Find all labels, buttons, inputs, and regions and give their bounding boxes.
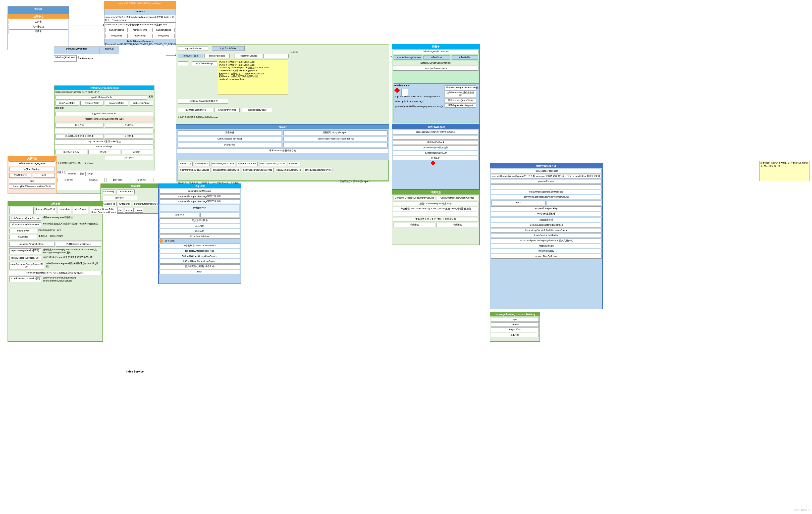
topic-publish-local-box: 本地topicPublishInfoTable bbox=[56, 112, 153, 116]
consume-queue-table-box: consumeQueueTable bbox=[211, 162, 235, 166]
topic-subscribe-table-box: topicSubscribeTable<topic, messagequeue> bbox=[395, 95, 440, 99]
producer-desc-text: 静态服务器地址(同NameServerApp) 静态服务器地址(同NameSer… bbox=[219, 60, 287, 81]
sync-box: 同步 bbox=[87, 172, 94, 176]
start-box: start bbox=[178, 61, 188, 66]
netty-config-3: nettyconfig bbox=[152, 34, 175, 38]
pull-msg-service-label: pullMessageService bbox=[185, 109, 206, 111]
annotation-box: 没有提取到消息产生在外触发,并有消息机制初始化100ms有天这一次— bbox=[759, 161, 810, 181]
bl-ha-svc: haService bbox=[9, 235, 37, 239]
order-msg-box: 事务消息 bbox=[82, 178, 105, 183]
subscription-inner: subscriptionInner<topic,tag> bbox=[395, 100, 424, 103]
process-queue-red-box: processQueue拉取到红黑树中添加消息 bbox=[393, 130, 478, 134]
attention-phook: 注意最重要的消息到处理完一个phook bbox=[55, 161, 154, 165]
consumer-section-box: 消费者 defaultMQPushConsumer consumeMessage… bbox=[392, 44, 480, 125]
namesrv-subtitle: namesrv静态服务器地址,运行时ip:port/p:port bbox=[105, 1, 176, 5]
broker-main-title: broker bbox=[176, 125, 389, 129]
mqclient-instance-box: mqclientInstance bbox=[178, 46, 208, 51]
heartbeat-bottom-label: 以生产者和消费者身份维护关系的broker bbox=[178, 116, 218, 119]
write-in-box: 写入 bbox=[200, 213, 239, 217]
bl-index-svc: indexService bbox=[73, 207, 88, 214]
mq-client-api-bottom-box: MQClientAPIImpl bbox=[214, 108, 240, 112]
pull-request-queue-label: pullRequestQueue bbox=[248, 109, 267, 111]
bl-clean-svc: cleanConsumeQueueService[存在] bbox=[9, 262, 44, 269]
namesrv-config-2: namesrvconfig bbox=[129, 28, 151, 32]
subscription-inner-box: subscriptionInner<topic,tag> bbox=[395, 100, 424, 103]
arriving-title: messageArriving listener.Arriving bbox=[490, 312, 540, 317]
index-svc-box: indexService bbox=[194, 162, 210, 166]
msg-send-label: 消息发送 bbox=[57, 171, 66, 177]
request-processor-box: DefaultRequestProcessor [RequestCode:REG… bbox=[104, 39, 176, 45]
mapped-append-3-box: mappedFile.appendMessage写第三次追加 bbox=[160, 199, 240, 204]
broker-main-box: broker 消息存储 消息拉取(长轮询/suspend SendMessage… bbox=[176, 125, 389, 182]
fault-tolerant-box: 容错机制-向正常试 处理结果 bbox=[56, 134, 104, 139]
latency-table-box: LatencyFaultTolerance,faultItemTable bbox=[9, 184, 55, 189]
pull-request-table-box: PullRequestTable topic,brokerld, ManyPul… bbox=[491, 185, 602, 189]
msg-listener-inner-box: message.listenerInner bbox=[393, 66, 478, 71]
dispatch-pull-box: 派遣dispatchPullRequest bbox=[444, 103, 476, 108]
completable-future-box: CompletableFuture bbox=[160, 234, 240, 239]
commitlog-dispatch-box: CommitLogDispatcherBuildIndex bbox=[491, 223, 602, 227]
consume-message-box: 消费消息 ConsumeMessageConcurrentlyService C… bbox=[392, 190, 480, 245]
pull-msg-processor-box: PullMessageProcessor(suspend机制) bbox=[283, 137, 387, 141]
bl-consume-queue: consumeQueueTable <topic,ConsumerQueue> bbox=[90, 207, 118, 214]
bl-reput-svc: reputMessageService[异常] bbox=[9, 248, 41, 254]
diagram-container: broker 注册中心 生产者 共享通信组 消费者 namesrv静态服务器地址… bbox=[0, 0, 812, 514]
bl-msg-arriving: messageArrivingListener bbox=[9, 242, 55, 247]
topic-publish-info-box: topicPublishInfoTable bbox=[56, 95, 147, 100]
transient-pool-box: transientStorePool bbox=[237, 162, 258, 166]
start-label: start bbox=[181, 62, 185, 64]
offset-table-box: offsetTable bbox=[452, 55, 478, 60]
retry-queue-box: 上向重试队列 bbox=[393, 212, 478, 216]
pull-request-queue-box: pullRequestQueue bbox=[242, 108, 272, 112]
push-consumer-impl-box: DefaultMQPushConsumerImpl bbox=[393, 61, 478, 65]
msg-pull-box: 消息拉取(长轮询/suspend bbox=[283, 131, 387, 135]
watermark: CSDN @岁月M bbox=[794, 508, 810, 512]
broker-add-topic-box: brokerAddTopic bbox=[204, 54, 230, 58]
mmap-box: mmap bbox=[125, 208, 134, 213]
diamond-icon bbox=[394, 87, 400, 93]
bl-commit-svc: commitlog数据删除(每个2-4后/2次及磁盘空间判断回调制) bbox=[9, 271, 102, 275]
mq-client-api-label: MQClientAPIImpl bbox=[196, 62, 213, 64]
send-kernel-box: sendKernelImpl bbox=[55, 144, 153, 149]
timing-msg-box: 定时消息 bbox=[130, 178, 153, 183]
namesrv-title: namesrv bbox=[105, 9, 176, 14]
bl-reput-svc2: reputMessageService[正常] bbox=[9, 256, 41, 261]
send-trace-box: 发送轨迹 bbox=[99, 47, 119, 54]
fail-process-box: 后处理处理错误 bbox=[283, 143, 387, 147]
bl-schedule-svc: scheduleExecutorService[回] bbox=[9, 276, 41, 282]
mmap-area-label: mmap缓冲区 bbox=[162, 207, 238, 210]
bottom-left-title: 功能提升 bbox=[8, 201, 103, 206]
default-msg-store-box: commitLog indexService consumeQueueTable… bbox=[178, 160, 388, 181]
consumer-domain-label: 消费者 bbox=[8, 29, 68, 34]
suspend-box: suspend SuspendFlag bbox=[491, 206, 602, 211]
diamond-2 bbox=[431, 161, 436, 166]
timeout-label: 是否超时? bbox=[165, 240, 175, 243]
default-mq-producer-label: DefaultMQProducer bbox=[54, 47, 99, 51]
mq-nameserver-label: mqclientInstance()nameserver通信进行发现 bbox=[55, 90, 154, 94]
namesrv-controller: nameserver-controller每个初始化routeInfoManag… bbox=[105, 23, 176, 27]
bl-index-svc2: indexService bbox=[9, 229, 37, 233]
namesrv-controller-box: nameserver-controller每个初始化routeInfoManag… bbox=[104, 23, 176, 39]
bl-info-reput: 循环检查(commitlog向consumequeue,indexservice… bbox=[42, 248, 102, 254]
bl-transient-pool: transientStorePool bbox=[35, 207, 56, 214]
complete-200ms-box: 200ms自flushCommitLogService bbox=[160, 259, 240, 264]
bottom-left-box: 功能提升 DefaultMessageStore transientStoreP… bbox=[7, 201, 103, 342]
bl-flush-consume: flushConsumeQueueService bbox=[9, 216, 41, 221]
arriving-box: messageArriving listener.Arriving topic … bbox=[490, 312, 540, 342]
found-box: found bbox=[492, 200, 546, 205]
msg-addition-box: 消息追加 commitlog.putMessage mappedFile.app… bbox=[158, 184, 241, 284]
dispatch-pull: 派遣dispatchPullRequest bbox=[448, 104, 473, 107]
consume-progress-2: 消费进度 bbox=[436, 223, 478, 227]
index-service-build-box: IndexService buildIndex bbox=[491, 233, 602, 238]
rebalance-service-box: rebalanceService bbox=[235, 54, 262, 58]
send-default-impl-box: sendDefaultImpl bbox=[55, 129, 153, 133]
commitlog-put-box: commitlog.putMessage bbox=[160, 189, 240, 193]
rebalance-impl-producer-box: rebalanceImpl,topicSubscribeInfoTable bbox=[55, 117, 153, 121]
msg-listener-inner: message.listenerInner bbox=[425, 67, 447, 70]
flow-100-box: 流控100M超过1000条 bbox=[393, 135, 478, 140]
process-consume-box: 分发处理ConsumeRequest到processQueue,里面offset… bbox=[393, 207, 478, 211]
bl-info-ha: 集群同步、异步日志服务 bbox=[38, 234, 102, 240]
heartbeat-label: sendHeartBeat bbox=[78, 57, 93, 60]
offset-store-box: offsetStore bbox=[424, 55, 450, 60]
long-polling-box: 长轮询构建重构建 bbox=[491, 212, 602, 216]
